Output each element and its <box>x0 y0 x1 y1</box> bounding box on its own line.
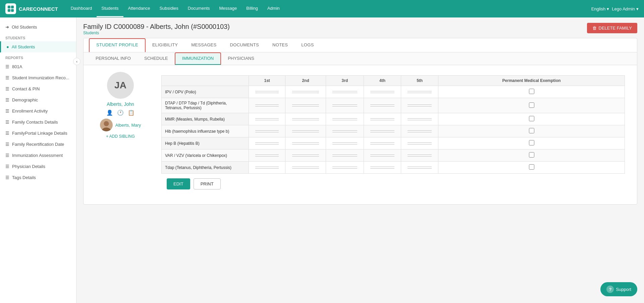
profile-left: JA Alberts, John 👤 🕐 📋 Alberts, Mary <box>90 72 151 198</box>
vaccine-name-cell: IPV / OPV (Polio) <box>162 86 249 98</box>
svg-rect-1 <box>11 6 14 8</box>
exemption-checkbox[interactable] <box>529 164 534 170</box>
profile-clipboard-icon[interactable]: 📋 <box>128 110 135 116</box>
exemption-checkbox[interactable] <box>529 102 534 108</box>
date-cell <box>249 86 285 98</box>
sub-tab-immunization[interactable]: IMMUNIZATION <box>175 52 221 65</box>
report-icon-0: ☰ <box>5 64 9 69</box>
immunization-area: 1st 2nd 3rd 4th 5th Permanent Medical Ex… <box>156 72 630 198</box>
sub-tab-schedule[interactable]: SCHEDULE <box>138 52 175 65</box>
tab-notes[interactable]: NOTES <box>266 38 294 52</box>
sidebar-item-familyportal-linkage[interactable]: ☰ FamilyPortal Linkage Details <box>0 128 76 139</box>
exemption-checkbox-cell[interactable] <box>438 125 625 137</box>
table-row: MMR (Measles, Mumps, Rubella) <box>162 113 625 125</box>
vaccine-name-cell: DTAP / DTP Tdap / Td (Diphtheria, Tetnan… <box>162 98 249 113</box>
nav-students[interactable]: Students <box>97 0 123 17</box>
sidebar-item-recertification[interactable]: ☰ Family Recertification Date <box>0 139 76 150</box>
edit-button[interactable]: EDIT <box>167 178 190 189</box>
vaccine-name-cell: Hep B (Hepatitis B) <box>162 137 249 149</box>
profile-user-icon[interactable]: 👤 <box>106 110 113 116</box>
student-avatar: JA <box>107 72 134 99</box>
col-2nd: 2nd <box>285 76 326 86</box>
arrow-right-icon: ➜ <box>5 25 9 30</box>
nav-dashboard[interactable]: Dashboard <box>66 0 97 17</box>
col-1st: 1st <box>249 76 285 86</box>
nav-billing[interactable]: Billing <box>241 0 263 17</box>
support-icon: ? <box>606 286 614 293</box>
exemption-checkbox-cell[interactable] <box>438 113 625 125</box>
logo[interactable]: CARECONNECT <box>5 3 58 14</box>
date-cell <box>249 113 285 125</box>
sidebar-section-students: Students <box>0 33 76 41</box>
sidebar-item-family-contacts[interactable]: ☰ Family Contacts Details <box>0 117 76 128</box>
sidebar-collapse-button[interactable]: ‹ <box>73 58 80 65</box>
date-cell <box>364 98 401 113</box>
tab-student-profile[interactable]: STUDENT PROFILE <box>89 38 146 52</box>
sidebar-item-801a[interactable]: ☰ 801A <box>0 61 76 72</box>
nav-subsidies[interactable]: Subsidies <box>155 0 183 17</box>
vaccine-name-cell: Hib (haemophilus influenzae type b) <box>162 125 249 137</box>
nav-admin[interactable]: Admin <box>263 0 284 17</box>
support-button[interactable]: ? Support <box>600 282 637 296</box>
student-name: Alberts, John <box>107 101 134 107</box>
exemption-checkbox[interactable] <box>529 89 534 94</box>
tab-logs[interactable]: LOGS <box>294 38 320 52</box>
sidebar-section-reports: Reports <box>0 52 76 61</box>
nav-attendance[interactable]: Attendance <box>123 0 155 17</box>
date-cell <box>326 149 364 162</box>
report-icon-9: ☰ <box>5 164 9 169</box>
tab-eligibility[interactable]: ELIGIBILITY <box>146 38 184 52</box>
date-cell <box>285 137 326 149</box>
table-row: VAR / VZV (Varicela or Chikenpox) <box>162 149 625 162</box>
col-3rd: 3rd <box>326 76 364 86</box>
exemption-checkbox[interactable] <box>529 128 534 133</box>
sidebar-item-contact-pin[interactable]: ☰ Contact & PIN <box>0 83 76 94</box>
sidebar-item-immunization-assessment[interactable]: ☰ Immunization Assessment <box>0 150 76 161</box>
page-title-area: Family ID C0000089 - Alberts, John (#S00… <box>83 23 230 35</box>
date-cell <box>401 162 438 174</box>
date-cell <box>401 137 438 149</box>
sidebar-item-immunization-record[interactable]: ☰ Student Immunization Reco... <box>0 72 76 83</box>
nav-message[interactable]: Message <box>215 0 242 17</box>
date-cell <box>364 86 401 98</box>
user-menu[interactable]: Lego Admin ▾ <box>612 6 639 11</box>
exemption-checkbox-cell[interactable] <box>438 149 625 162</box>
page-title: Family ID C0000089 - Alberts, John (#S00… <box>83 23 230 31</box>
date-cell <box>326 98 364 113</box>
exemption-checkbox-cell[interactable] <box>438 137 625 149</box>
exemption-checkbox-cell[interactable] <box>438 162 625 174</box>
profile-clock-icon[interactable]: 🕐 <box>117 110 124 116</box>
sub-tab-personal-info[interactable]: PERSONAL INFO <box>89 52 138 65</box>
tab-documents[interactable]: DOCUMENTS <box>223 38 266 52</box>
exemption-checkbox-cell[interactable] <box>438 86 625 98</box>
sibling-row: Alberts, Mary <box>100 119 141 131</box>
exemption-checkbox[interactable] <box>529 140 534 145</box>
exemption-checkbox[interactable] <box>529 116 534 121</box>
nav-documents[interactable]: Documents <box>183 0 215 17</box>
date-cell <box>401 125 438 137</box>
main-content: Family ID C0000089 - Alberts, John (#S00… <box>76 17 644 303</box>
sidebar-item-all-students[interactable]: ● All Students <box>0 41 76 52</box>
print-button[interactable]: PRINT <box>194 178 221 189</box>
table-row: Hep B (Hepatitis B) <box>162 137 625 149</box>
sidebar-item-physician-details[interactable]: ☰ Physician Details <box>0 161 76 172</box>
delete-family-button[interactable]: 🗑 DELETE FAMILY <box>587 23 637 33</box>
logo-text: CARECONNECT <box>19 6 58 12</box>
sidebar-item-demographic[interactable]: ☰ Demographic <box>0 94 76 105</box>
profile-area: JA Alberts, John 👤 🕐 📋 Alberts, Mary <box>84 65 637 204</box>
exemption-checkbox[interactable] <box>529 152 534 158</box>
sub-tab-physicians[interactable]: PHYSICIANS <box>221 52 261 65</box>
table-row: Hib (haemophilus influenzae type b) <box>162 125 625 137</box>
tab-messages[interactable]: MESSAGES <box>184 38 223 52</box>
exemption-checkbox-cell[interactable] <box>438 98 625 113</box>
sidebar-item-tags-details[interactable]: ☰ Tags Details <box>0 172 76 183</box>
breadcrumb[interactable]: Students <box>83 31 230 35</box>
language-selector[interactable]: English ▾ <box>591 6 609 11</box>
add-sibling-button[interactable]: + ADD SIBLING <box>106 134 135 139</box>
date-cell <box>249 98 285 113</box>
date-cell <box>249 125 285 137</box>
svg-point-5 <box>104 121 109 126</box>
date-cell <box>326 86 364 98</box>
sidebar-item-enrollment-activity[interactable]: ☰ Enrollment Activity <box>0 105 76 117</box>
sidebar-item-old-students[interactable]: ➜ Old Students <box>0 21 76 33</box>
